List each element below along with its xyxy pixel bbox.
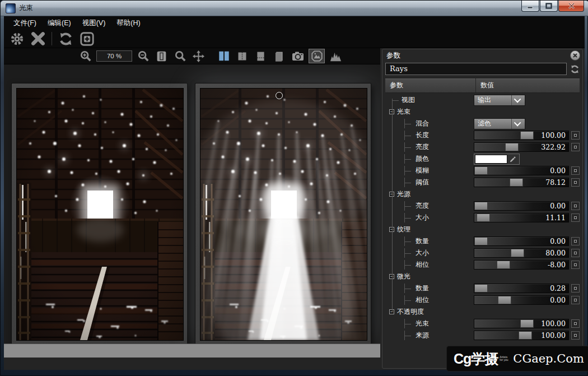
slider-track[interactable]: 78.12	[474, 178, 569, 187]
param-label-cell: −微光	[385, 272, 474, 281]
tree-elbow	[404, 284, 413, 293]
single-view-button[interactable]	[272, 49, 287, 63]
dropdown-混合[interactable]: 滤色	[474, 118, 525, 129]
reset-button[interactable]	[571, 237, 580, 245]
slider-handle[interactable]	[474, 237, 488, 245]
collapse-toggle-icon[interactable]: −	[389, 109, 394, 114]
tree-elbow	[404, 213, 413, 222]
window-titlebar[interactable]: 光束	[1, 1, 588, 16]
menu-item-help[interactable]: 帮助(H)	[111, 17, 145, 30]
fit-frame-button[interactable]	[77, 30, 96, 47]
slider-track[interactable]: 0.28	[474, 284, 569, 293]
reset-button[interactable]	[571, 131, 580, 140]
maximize-button[interactable]	[540, 1, 558, 12]
horizontal-scrollbar[interactable]	[4, 343, 380, 358]
collapse-toggle-icon[interactable]: −	[389, 274, 394, 279]
slider-track[interactable]: 0.00	[474, 236, 569, 246]
param-label-cell: 大小	[385, 213, 474, 222]
slider-track[interactable]: 100.00	[474, 319, 569, 328]
reset-button[interactable]	[571, 213, 580, 222]
reset-button[interactable]	[571, 143, 580, 151]
reset-button[interactable]	[571, 296, 580, 304]
param-label-cell: 数量	[385, 284, 474, 293]
preset-refresh-icon[interactable]	[570, 64, 580, 74]
effect-preset-field[interactable]: Rays	[385, 63, 567, 75]
slider-handle[interactable]	[511, 249, 524, 257]
reset-button[interactable]	[571, 284, 580, 293]
slider-track[interactable]: 0.00	[474, 295, 569, 305]
cancel-button[interactable]	[29, 30, 48, 47]
param-label: 光束	[413, 319, 429, 328]
slider-handle[interactable]	[520, 319, 534, 328]
slider-track[interactable]: 100.00	[474, 131, 569, 140]
param-label: 来源	[413, 331, 429, 340]
collapse-toggle-icon[interactable]: −	[389, 309, 394, 314]
slider-handle[interactable]	[498, 296, 511, 304]
slider-handle[interactable]	[474, 284, 488, 293]
split-vertical-button[interactable]	[235, 49, 250, 63]
slider-handle[interactable]	[474, 202, 488, 210]
slider-track[interactable]: 100.00	[474, 331, 569, 340]
color-swatch[interactable]	[475, 155, 507, 164]
slider-handle[interactable]	[497, 261, 510, 269]
histogram-button[interactable]	[328, 49, 343, 63]
column-header-param: 参数	[385, 78, 476, 92]
param-label-cell: 长度	[385, 131, 474, 140]
slider-track[interactable]: 0.00	[474, 166, 569, 175]
reset-button[interactable]	[571, 166, 580, 175]
preview-canvas[interactable]	[4, 64, 380, 343]
menu-item-file[interactable]: 文件(F)	[8, 17, 41, 30]
pan-tool-button[interactable]	[191, 49, 206, 63]
collapse-toggle-icon[interactable]: −	[389, 192, 394, 197]
close-button[interactable]	[558, 1, 584, 12]
slider-handle[interactable]	[519, 331, 532, 340]
param-label-cell: −光源	[385, 189, 474, 199]
collapse-toggle-icon[interactable]: −	[389, 227, 394, 232]
reset-button[interactable]	[571, 202, 580, 210]
preview-before-image[interactable]	[16, 88, 184, 341]
reset-button[interactable]	[571, 261, 580, 269]
slider-track[interactable]: 0.00	[474, 201, 569, 211]
dual-view-button[interactable]	[216, 49, 231, 63]
zoom-level-field[interactable]: 70 %	[96, 50, 132, 62]
slider-handle[interactable]	[520, 131, 534, 140]
slider-handle[interactable]	[477, 213, 490, 222]
zoom-out-button[interactable]	[136, 49, 151, 63]
slider-track[interactable]: 322.92	[474, 142, 569, 152]
reset-button[interactable]	[571, 319, 580, 328]
tree-elbow	[404, 154, 413, 164]
minimize-button[interactable]	[521, 1, 539, 12]
slider-handle[interactable]	[474, 166, 488, 175]
color-control[interactable]	[474, 154, 520, 165]
param-label: 不透明度	[394, 307, 424, 317]
snapshot-button[interactable]	[290, 49, 305, 63]
pan-icon	[192, 50, 205, 63]
slider-track[interactable]: 11.11	[474, 213, 569, 222]
menu-item-view[interactable]: 视图(V)	[77, 17, 111, 30]
maximize-icon	[545, 3, 552, 9]
chevron-down-icon[interactable]	[511, 95, 525, 105]
panel-close-button[interactable]	[570, 50, 580, 61]
eyedropper-icon[interactable]	[507, 155, 519, 164]
param-label-cell: 阈值	[385, 178, 474, 187]
param-label: 相位	[413, 295, 429, 305]
zoom-tool-button[interactable]	[172, 49, 188, 63]
settings-button[interactable]	[7, 30, 26, 47]
zoom-in-button[interactable]	[78, 49, 93, 63]
chevron-down-icon[interactable]	[511, 119, 525, 129]
slider-handle[interactable]	[505, 143, 519, 151]
slider-track[interactable]: -8.00	[474, 260, 569, 270]
preview-after-image[interactable]	[200, 88, 367, 341]
reset-button[interactable]	[571, 249, 580, 257]
image-view-button[interactable]	[309, 49, 325, 63]
menu-item-edit[interactable]: 编辑(E)	[43, 17, 76, 30]
split-horizontal-button[interactable]	[253, 49, 268, 63]
reset-button[interactable]	[571, 331, 580, 340]
slider-handle[interactable]	[510, 178, 523, 187]
slider-track[interactable]: 80.00	[474, 248, 569, 258]
dropdown-视图[interactable]: 输出	[474, 95, 525, 106]
refresh-button[interactable]	[56, 30, 75, 47]
reset-button[interactable]	[571, 178, 580, 187]
refresh-icon	[58, 31, 73, 47]
fit-view-button[interactable]	[154, 49, 169, 63]
